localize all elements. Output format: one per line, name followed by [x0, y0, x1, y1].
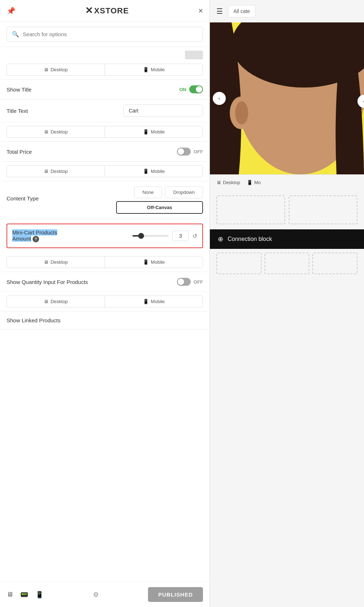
- show-title-label: Show Title: [7, 86, 31, 93]
- right-header: ☰ All cate: [210, 0, 364, 22]
- search-input[interactable]: [23, 31, 198, 37]
- total-price-row: Total Price OFF: [0, 142, 209, 162]
- show-quantity-label: Show Quantity Input For Products: [7, 278, 88, 286]
- dashed-block-1: [216, 195, 285, 224]
- connection-icon: ⊕: [218, 235, 223, 243]
- mini-cart-label-part1: Mini-Cart Products: [12, 229, 57, 235]
- app-logo: ✕ XSTORE: [85, 5, 129, 16]
- mobile-btn-2[interactable]: 📱 Mobile: [105, 126, 203, 138]
- mini-cart-label-part2: Amount: [12, 235, 31, 242]
- toggle-knob: [196, 86, 202, 93]
- tablet-footer-icon[interactable]: 📟: [20, 591, 28, 599]
- show-title-toggle-wrapper: ON: [179, 85, 203, 93]
- more-dashed: [210, 252, 364, 279]
- svg-point-4: [235, 101, 248, 124]
- mobile-icon-5: 📱: [143, 299, 149, 304]
- hamburger-icon[interactable]: ☰: [216, 7, 223, 16]
- right-desktop-btn[interactable]: 🖥 Desktop: [216, 180, 240, 185]
- right-desktop-icon: 🖥: [216, 180, 221, 185]
- right-device-toggle: 🖥 Desktop 📱 Mo: [210, 174, 364, 190]
- dashed-block-sm-2: [264, 252, 310, 274]
- show-quantity-state: OFF: [194, 279, 203, 285]
- desktop-icon-2: 🖥: [44, 129, 48, 135]
- mini-cart-inner: Mini-Cart Products Amount ? ↺: [12, 229, 197, 242]
- device-toggle-1: 🖥 Desktop 📱 Mobile: [0, 60, 209, 80]
- mini-cart-title: Mini-Cart Products Amount ?: [12, 229, 57, 242]
- show-quantity-toggle[interactable]: [177, 278, 191, 286]
- content-type-dropdown-btn[interactable]: Dropdown: [165, 186, 203, 198]
- help-icon[interactable]: ?: [33, 236, 39, 242]
- close-icon[interactable]: ×: [198, 6, 203, 16]
- title-text-row: Title Text: [0, 99, 209, 122]
- reset-icon[interactable]: ↺: [192, 233, 197, 239]
- dashed-grid: [210, 190, 364, 229]
- show-title-toggle[interactable]: [189, 85, 203, 93]
- swatch-row: [0, 47, 209, 60]
- total-price-toggle[interactable]: [177, 148, 191, 156]
- connection-block-bar[interactable]: ⊕ Connection block: [210, 229, 364, 249]
- device-toggle-4: 🖥 Desktop 📱 Mobile: [0, 252, 209, 272]
- color-swatch: [185, 51, 203, 59]
- publish-button[interactable]: PUBLISHED: [148, 587, 203, 602]
- toggle-knob-2: [178, 148, 184, 155]
- product-person-image: [210, 22, 364, 174]
- search-box[interactable]: 🔍: [7, 27, 203, 42]
- slider-thumb[interactable]: [138, 233, 144, 239]
- mobile-btn-1[interactable]: 📱 Mobile: [105, 64, 203, 76]
- search-icon: 🔍: [12, 31, 19, 38]
- right-mobile-icon: 📱: [247, 180, 253, 185]
- footer-icons: 🖥 📟 📱: [7, 591, 43, 599]
- content-type-none-btn[interactable]: None: [134, 186, 162, 198]
- pin-icon[interactable]: 📌: [7, 7, 16, 15]
- nav-arrow-left[interactable]: ‹: [213, 92, 226, 105]
- content-type-offcanvas-btn[interactable]: Off-Canvas: [116, 201, 203, 214]
- mobile-btn-5[interactable]: 📱 Mobile: [105, 296, 203, 307]
- desktop-btn-5[interactable]: 🖥 Desktop: [7, 296, 105, 307]
- device-toggle-5: 🖥 Desktop 📱 Mobile: [0, 292, 209, 311]
- content-type-row1: None Dropdown: [134, 186, 203, 198]
- desktop-btn-2[interactable]: 🖥 Desktop: [7, 126, 105, 138]
- slider-track[interactable]: [132, 235, 169, 237]
- device-toggle-2: 🖥 Desktop 📱 Mobile: [0, 122, 209, 142]
- right-panel: ☰ All cate ‹ ‹ 🖥: [210, 0, 364, 607]
- total-price-state: OFF: [194, 149, 203, 154]
- show-title-row: Show Title ON: [0, 80, 209, 99]
- desktop-icon-4: 🖥: [44, 259, 48, 265]
- mobile-icon-3: 📱: [143, 169, 149, 174]
- title-text-label: Title Text: [7, 108, 28, 114]
- desktop-btn-4[interactable]: 🖥 Desktop: [7, 256, 105, 268]
- show-linked-label: Show Linked Products: [7, 317, 60, 323]
- show-quantity-row: Show Quantity Input For Products OFF: [0, 272, 209, 292]
- show-title-state: ON: [179, 87, 187, 92]
- left-panel: 📌 ✕ XSTORE × 🔍 🖥 Desktop 📱 Mobile: [0, 0, 210, 607]
- panel-header: 📌 ✕ XSTORE ×: [0, 0, 209, 22]
- dashed-block-sm-1: [216, 252, 262, 274]
- mobile-btn-4[interactable]: 📱 Mobile: [105, 256, 203, 268]
- desktop-icon-3: 🖥: [44, 169, 48, 174]
- right-mobile-btn[interactable]: 📱 Mo: [247, 180, 261, 185]
- mini-cart-label-block: Mini-Cart Products Amount ?: [12, 229, 57, 242]
- mobile-footer-icon[interactable]: 📱: [35, 591, 43, 599]
- all-categories-button[interactable]: All cate: [228, 5, 255, 17]
- content-type-section: Content Type None Dropdown Off-Canvas: [0, 181, 209, 219]
- content-type-label: Content Type: [7, 195, 39, 201]
- mobile-icon-4: 📱: [143, 259, 149, 265]
- gear-icon[interactable]: ⚙: [93, 591, 99, 599]
- panel-footer: 🖥 📟 📱 ⚙ PUBLISHED: [0, 582, 209, 607]
- device-toggle-3: 🖥 Desktop 📱 Mobile: [0, 162, 209, 181]
- dashed-block-sm-3: [312, 252, 357, 274]
- mobile-icon-1: 📱: [143, 67, 149, 72]
- panel-content: 🖥 Desktop 📱 Mobile Show Title ON Title T…: [0, 47, 209, 582]
- desktop-footer-icon[interactable]: 🖥: [7, 591, 13, 599]
- total-price-toggle-wrapper: OFF: [177, 148, 203, 156]
- title-text-input[interactable]: [123, 105, 203, 117]
- desktop-btn-3[interactable]: 🖥 Desktop: [7, 165, 105, 177]
- show-linked-row: Show Linked Products: [0, 311, 209, 330]
- dashed-block-2: [289, 195, 357, 224]
- desktop-btn-1[interactable]: 🖥 Desktop: [7, 64, 105, 76]
- slider-value-input[interactable]: [172, 231, 189, 241]
- connection-block-label: Connection block: [228, 236, 272, 242]
- toggle-knob-3: [178, 279, 184, 285]
- mobile-btn-3[interactable]: 📱 Mobile: [105, 165, 203, 177]
- mobile-icon-2: 📱: [143, 129, 149, 135]
